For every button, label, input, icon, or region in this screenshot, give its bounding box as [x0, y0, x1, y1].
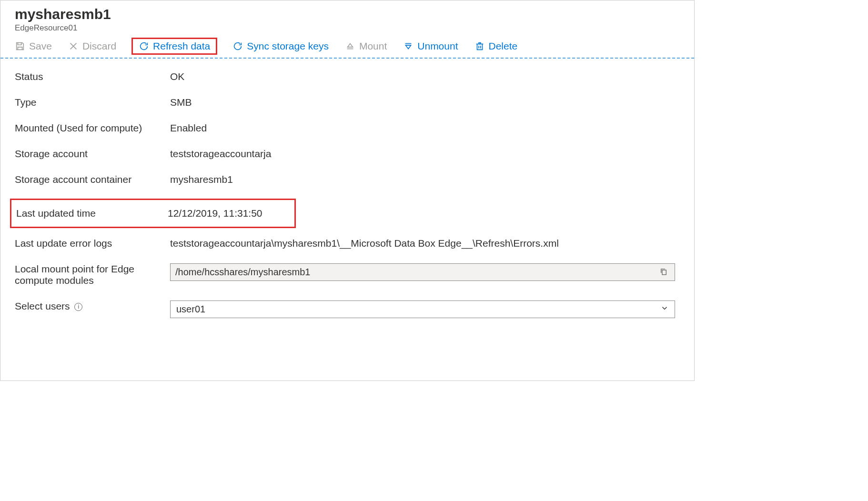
mount-icon [345, 41, 355, 51]
copy-icon [659, 270, 668, 277]
delete-button[interactable]: Delete [474, 40, 518, 52]
page-title: mysharesmb1 [15, 6, 680, 22]
refresh-label: Refresh data [153, 40, 210, 52]
storage-account-label: Storage account [15, 148, 170, 160]
sync-label: Sync storage keys [247, 40, 329, 52]
mounted-label: Mounted (Used for compute) [15, 122, 170, 134]
mounted-value: Enabled [170, 122, 680, 134]
container-label: Storage account container [15, 174, 170, 185]
error-logs-value: teststorageaccountarja\mysharesmb1\__Mic… [170, 238, 680, 249]
mount-button: Mount [345, 40, 387, 52]
error-logs-label: Last update error logs [15, 238, 170, 249]
type-label: Type [15, 97, 170, 108]
status-label: Status [15, 71, 170, 82]
save-button: Save [15, 40, 52, 52]
sync-storage-keys-button[interactable]: Sync storage keys [232, 40, 329, 52]
container-value: mysharesmb1 [170, 174, 680, 185]
last-updated-highlight: Last updated time 12/12/2019, 11:31:50 [10, 199, 296, 228]
unmount-button[interactable]: Unmount [403, 40, 458, 52]
copy-mount-point-button[interactable] [657, 267, 670, 277]
delete-label: Delete [489, 40, 518, 52]
refresh-icon [139, 41, 149, 51]
toolbar: Save Discard Refresh data Sync storage k… [0, 36, 694, 59]
select-users-dropdown[interactable]: user01 [170, 301, 675, 318]
x-icon [68, 41, 79, 51]
last-updated-label: Last updated time [16, 208, 168, 219]
last-updated-value: 12/12/2019, 11:31:50 [168, 208, 293, 219]
mount-label: Mount [359, 40, 387, 52]
select-users-value: user01 [176, 304, 660, 315]
mount-point-label: Local mount point for Edge compute modul… [15, 263, 170, 286]
refresh-icon [232, 41, 243, 51]
close-button[interactable] [680, 7, 686, 23]
save-label: Save [29, 40, 52, 52]
unmount-label: Unmount [417, 40, 458, 52]
info-icon[interactable]: i [74, 303, 82, 311]
storage-account-value: teststorageaccountarja [170, 148, 680, 160]
save-icon [15, 41, 25, 51]
svg-rect-0 [662, 270, 666, 275]
mount-point-field: /home/hcsshares/mysharesmb1 [170, 263, 675, 281]
discard-label: Discard [82, 40, 116, 52]
discard-button: Discard [68, 40, 116, 52]
page-subtitle: EdgeResource01 [15, 23, 680, 33]
unmount-icon [403, 41, 414, 51]
select-users-label: Select users [15, 301, 70, 311]
trash-icon [474, 41, 485, 51]
status-value: OK [170, 71, 680, 82]
mount-point-value: /home/hcsshares/mysharesmb1 [175, 267, 657, 278]
chevron-down-icon [660, 304, 669, 315]
refresh-data-button[interactable]: Refresh data [131, 38, 217, 55]
select-users-label-wrap: Select users i [15, 301, 170, 312]
type-value: SMB [170, 97, 680, 108]
